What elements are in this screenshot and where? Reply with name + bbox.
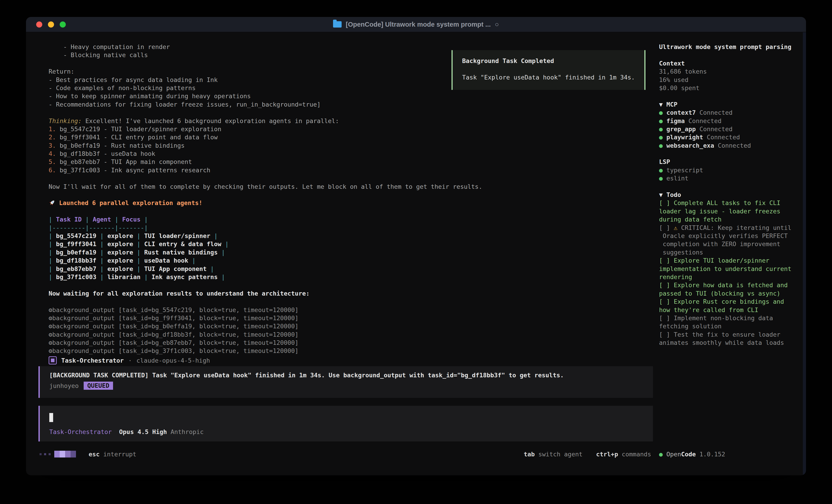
agent-icon [49, 356, 57, 364]
terminal-line [49, 281, 482, 289]
close-button[interactable] [36, 22, 42, 28]
text-segment: | [133, 241, 144, 248]
input-agent-label: Task-Orchestrator [49, 428, 112, 436]
text-segment: background_output [task_id=bg_f9ff3041, … [52, 314, 298, 321]
text-segment: | [210, 232, 218, 240]
text-segment: Thinking: [49, 117, 82, 124]
prompt-input-box[interactable]: Task-Orchestrator Opus 4.5 High Anthropi… [38, 406, 653, 442]
text-segment: - Blocking native calls [49, 52, 148, 58]
sidebar-line: ● playwright Connected [659, 133, 804, 141]
text-segment: bg_b0effa19 [56, 249, 97, 256]
text-segment: [ ] Test the fix to ensure loader [659, 331, 780, 338]
text-segment: ⚙ [49, 306, 52, 313]
text-segment: ● [659, 117, 667, 124]
text-segment: 1. [49, 125, 60, 133]
sidebar-line: [ ] Implement non-blocking data [659, 314, 804, 322]
sidebar-line: $0.00 spent [659, 84, 804, 92]
terminal-line [49, 109, 482, 117]
status-badge: QUEUED [84, 382, 113, 390]
text-segment: | [49, 216, 56, 223]
text-segment: background_output [task_id=bg_5547c219, … [52, 306, 298, 313]
sidebar-line [659, 51, 804, 59]
text-segment: | [96, 241, 107, 248]
text-segment: | [188, 257, 196, 264]
terminal-line: Return: [49, 67, 482, 76]
text-segment: TUI App component [144, 265, 207, 272]
text-segment: | [207, 265, 214, 272]
sidebar-line: rendering [659, 273, 804, 281]
text-segment: - How to keep spinner animating during h… [49, 92, 251, 100]
text-segment: CLI entry & data flow [144, 241, 222, 248]
text-segment: ▼ Todo [659, 191, 681, 198]
text-segment: Rust native bindings [144, 249, 218, 256]
text-segment: [ ] Explore how data is fetched and [659, 282, 788, 288]
text-segment: Excellent! I've launched 6 background ex… [82, 117, 339, 124]
terminal-line: - Blocking native calls [49, 51, 482, 59]
text-segment: ● [659, 109, 667, 116]
text-segment: bg_df18bb3f - useData hook [60, 150, 155, 157]
text-segment: Connected [714, 142, 751, 149]
text-segment: Ink async patterns [152, 274, 218, 280]
text-segment: bg_5547c219 - TUI loader/spinner explora… [60, 125, 222, 133]
minimize-button[interactable] [48, 22, 54, 28]
sidebar-line: [ ] Explore TUI loader/spinner [659, 256, 804, 264]
terminal-line: - Code examples of non-blocking patterns [49, 84, 482, 92]
terminal-line: | Task ID | Agent | Focus | [49, 216, 482, 224]
terminal-line [49, 298, 482, 306]
text-segment: Agent [93, 216, 111, 223]
sidebar-line: loader lag issue - loader freezes [659, 207, 804, 216]
brand-open: Open [667, 451, 681, 458]
text-segment: | [133, 265, 144, 272]
window-title-text: [OpenCode] Ultrawork mode system prompt … [346, 21, 491, 28]
terminal-line [49, 207, 482, 216]
terminal-line: Now I'll wait for all of them to complet… [49, 183, 482, 191]
background-task-toast[interactable]: Background Task Completed Task "Explore … [451, 50, 646, 90]
brand-code: Code [681, 451, 696, 458]
scrollbar[interactable] [803, 32, 806, 475]
sidebar-line: [ ] Explore how data is fetched and [659, 281, 804, 289]
event-message-meta: junhoyeo QUEUED [49, 381, 113, 390]
progress-spinner [54, 451, 76, 457]
sidebar-line: how they're called from CLI [659, 306, 804, 314]
meta-spacer [112, 428, 119, 436]
text-segment: $0.00 spent [659, 84, 700, 91]
rocket-icon [49, 199, 55, 206]
sidebar-line: 16% used [659, 76, 804, 84]
sidebar-line: 31,686 tokens [659, 67, 804, 76]
ctrlp-key-hint: ctrl+p [596, 451, 618, 458]
maximize-button[interactable] [60, 22, 66, 28]
toast-title: Background Task Completed [462, 57, 554, 64]
text-segment: Connected [685, 117, 722, 124]
text-segment: explore [107, 249, 133, 256]
meta-space [167, 428, 171, 436]
text-segment: completion with ZERO improvement [659, 241, 780, 248]
text-segment: animates smoothly while data loads [659, 339, 784, 346]
terminal-line: 3. bg_b0effa19 - Rust native bindings [49, 142, 482, 150]
text-segment: background_output [task_id=bg_b0effa19, … [52, 323, 298, 330]
sidebar-line: [ ] Test the fix to ensure loader [659, 331, 804, 339]
text-segment: Return: [49, 68, 74, 75]
text-segment: 2. [49, 134, 60, 141]
text-segment: | [96, 265, 107, 272]
event-message-box: [BACKGROUND TASK COMPLETED] Task "Explor… [38, 366, 653, 398]
text-segment: bg_eb87ebb7 [56, 265, 97, 272]
text-segment: | [218, 249, 225, 256]
text-segment: ⚙ [49, 331, 52, 338]
sidebar-line: ▼ Todo [659, 191, 804, 199]
terminal-line: | bg_f9ff3041 | explore | CLI entry & da… [49, 240, 482, 248]
agent-separator: · [128, 357, 132, 364]
text-segment: bg_37f1c003 - Ink async patterns researc… [60, 167, 210, 174]
text-segment: bg_eb87ebb7 - TUI App main component [60, 158, 192, 165]
event-message-text: [BACKGROUND TASK COMPLETED] Task "Explor… [49, 372, 564, 379]
text-segment: Connected [696, 109, 733, 116]
terminal-line: | bg_37f1c003 | librarian | Ink async pa… [49, 273, 482, 281]
window-title: [OpenCode] Ultrawork mode system prompt … [333, 21, 499, 28]
text-segment: Now waiting for all exploration results … [49, 290, 310, 297]
text-segment: ⚙ [49, 347, 52, 354]
text-segment: | [49, 232, 56, 240]
text-segment: librarian [107, 274, 140, 280]
text-segment: [ ] Implement non-blocking data [659, 314, 773, 321]
terminal-line: ⚙background_output [task_id=bg_df18bb3f,… [49, 331, 482, 339]
terminal-line: |---------|-------|-------| [49, 224, 482, 232]
text-segment: ● [659, 142, 667, 149]
